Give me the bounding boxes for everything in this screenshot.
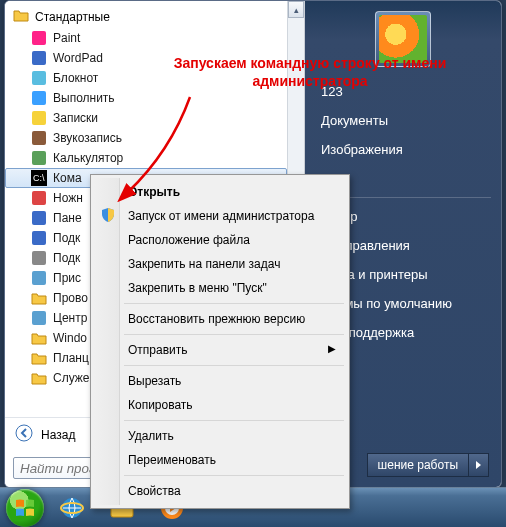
separator: [124, 334, 344, 335]
context-menu-item[interactable]: Расположение файла: [122, 228, 346, 252]
program-label: Прово: [53, 291, 88, 305]
folder-open-icon: [13, 7, 29, 26]
program-label: Записки: [53, 111, 98, 125]
username-link[interactable]: 123: [305, 77, 501, 106]
run-icon: [31, 90, 47, 106]
shield-icon: [100, 207, 116, 223]
shutdown-group: шение работы: [367, 453, 489, 477]
folder-header[interactable]: Стандартные: [5, 5, 287, 28]
svg-rect-10: [32, 211, 46, 225]
folder-icon: [31, 370, 47, 386]
submenu-arrow-icon: ▶: [328, 343, 336, 354]
folder-icon: [31, 330, 47, 346]
program-item[interactable]: Звукозапись: [5, 128, 287, 148]
svg-rect-0: [32, 31, 46, 45]
taskbar-ie-button[interactable]: [50, 492, 94, 524]
context-menu-item[interactable]: Отправить▶: [122, 338, 346, 362]
program-label: Служе: [53, 371, 90, 385]
program-item[interactable]: Записки: [5, 108, 287, 128]
separator: [124, 303, 344, 304]
program-item[interactable]: Блокнот: [5, 68, 287, 88]
program-item[interactable]: WordPad: [5, 48, 287, 68]
context-menu-item[interactable]: Закрепить на панели задач: [122, 252, 346, 276]
svg-rect-4: [32, 111, 46, 125]
context-menu-item[interactable]: Восстановить прежнюю версию: [122, 307, 346, 331]
back-icon: [15, 424, 33, 445]
shutdown-button[interactable]: шение работы: [367, 453, 469, 477]
rdp-icon: [31, 230, 47, 246]
separator: [124, 365, 344, 366]
context-menu-item[interactable]: Открыть: [122, 180, 346, 204]
context-menu-item[interactable]: Вырезать: [122, 369, 346, 393]
app-icon: [31, 270, 47, 286]
program-label: Планц: [53, 351, 89, 365]
program-label: Подк: [53, 251, 80, 265]
calc-icon: [31, 150, 47, 166]
context-menu-gutter: [94, 178, 120, 505]
cmd-icon: C:\: [31, 170, 47, 186]
wordpad-icon: [31, 50, 47, 66]
svg-rect-6: [32, 151, 46, 165]
context-menu-label: Удалить: [128, 429, 174, 443]
proj-icon: [31, 250, 47, 266]
context-menu-item[interactable]: Удалить: [122, 424, 346, 448]
context-menu: ОткрытьЗапуск от имени администратораРас…: [90, 174, 350, 509]
separator: [124, 475, 344, 476]
start-button[interactable]: [6, 489, 44, 527]
program-label: Прис: [53, 271, 81, 285]
context-menu-label: Свойства: [128, 484, 181, 498]
program-label: Ножн: [53, 191, 83, 205]
context-menu-item[interactable]: Переименовать: [122, 448, 346, 472]
program-label: WordPad: [53, 51, 103, 65]
program-label: Кома: [53, 171, 82, 185]
context-menu-item[interactable]: Закрепить в меню "Пуск": [122, 276, 346, 300]
user-pane-link[interactable]: Документы: [305, 106, 501, 135]
svg-text:C:\: C:\: [33, 173, 45, 183]
context-menu-label: Переименовать: [128, 453, 216, 467]
context-menu-item[interactable]: Свойства: [122, 479, 346, 503]
svg-rect-9: [32, 191, 46, 205]
avatar[interactable]: [375, 11, 431, 67]
program-label: Центр: [53, 311, 87, 325]
context-menu-label: Копировать: [128, 398, 193, 412]
separator: [124, 420, 344, 421]
program-label: Windo: [53, 331, 87, 345]
context-menu-label: Запуск от имени администратора: [128, 209, 314, 223]
svg-rect-14: [32, 311, 46, 325]
context-menu-label: Закрепить на панели задач: [128, 257, 280, 271]
program-item[interactable]: Выполнить: [5, 88, 287, 108]
notepad-icon: [31, 70, 47, 86]
svg-rect-12: [32, 251, 46, 265]
user-pane-link[interactable]: Изображения: [305, 135, 501, 164]
paint-icon: [31, 30, 47, 46]
folder-label: Стандартные: [35, 10, 110, 24]
context-menu-label: Восстановить прежнюю версию: [128, 312, 305, 326]
chevron-right-icon: [476, 461, 481, 469]
program-label: Выполнить: [53, 91, 115, 105]
program-label: Калькулятор: [53, 151, 123, 165]
sticky-icon: [31, 110, 47, 126]
context-menu-label: Расположение файла: [128, 233, 250, 247]
program-label: Звукозапись: [53, 131, 122, 145]
scroll-up-button[interactable]: ▴: [288, 1, 304, 18]
sound-icon: [31, 130, 47, 146]
context-menu-label: Вырезать: [128, 374, 181, 388]
program-item[interactable]: Калькулятор: [5, 148, 287, 168]
context-menu-item[interactable]: Запуск от имени администратора: [122, 204, 346, 228]
snip-icon: [31, 190, 47, 206]
context-menu-item[interactable]: Копировать: [122, 393, 346, 417]
context-menu-label: Отправить: [128, 343, 188, 357]
svg-rect-3: [32, 91, 46, 105]
shutdown-menu-button[interactable]: [469, 453, 489, 477]
program-label: Подк: [53, 231, 80, 245]
svg-point-15: [16, 425, 32, 441]
program-item[interactable]: Paint: [5, 28, 287, 48]
svg-rect-11: [32, 231, 46, 245]
back-label: Назад: [41, 428, 75, 442]
explorer-icon: [31, 290, 47, 306]
context-menu-label: Закрепить в меню "Пуск": [128, 281, 267, 295]
svg-rect-1: [32, 51, 46, 65]
program-label: Paint: [53, 31, 80, 45]
context-menu-label: Открыть: [128, 185, 180, 199]
svg-rect-13: [32, 271, 46, 285]
